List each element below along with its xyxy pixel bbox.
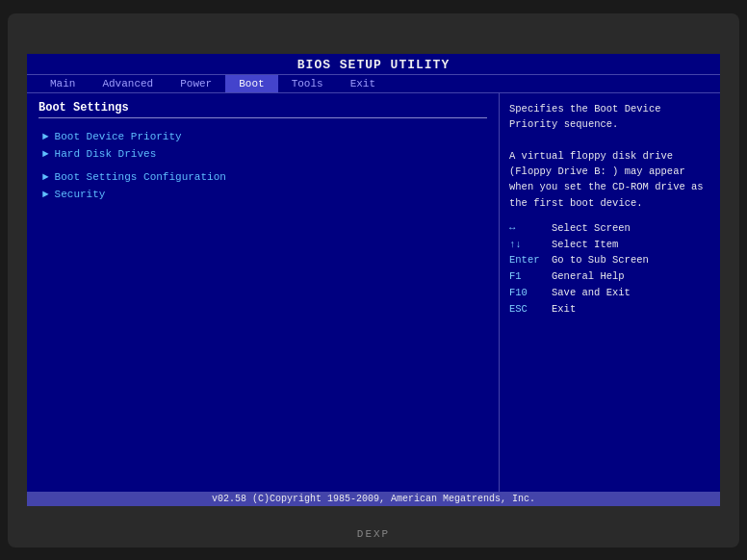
bios-screen: BIOS SETUP UTILITY Main Advanced Power B…: [27, 54, 720, 506]
section-title: Boot Settings: [39, 101, 487, 118]
arrow-icon: ►: [42, 148, 49, 160]
key-save-exit: F10 Save and Exit: [509, 285, 710, 301]
arrow-icon: ►: [42, 131, 49, 142]
content-area: Boot Settings ► Boot Device Priority ► H…: [27, 93, 720, 506]
nav-power[interactable]: Power: [167, 75, 225, 92]
arrow-icon: ►: [42, 171, 49, 183]
help-description: Specifies the Boot Device Priority seque…: [509, 101, 710, 211]
keys-section: ↔ Select Screen ↑↓ Select Item Enter Go …: [509, 220, 710, 318]
arrow-icon: ►: [42, 189, 49, 200]
menu-hard-disk-drives[interactable]: ► Hard Disk Drives: [39, 145, 487, 163]
nav-exit[interactable]: Exit: [337, 75, 389, 92]
nav-bar: Main Advanced Power Boot Tools Exit: [27, 74, 720, 93]
nav-tools[interactable]: Tools: [278, 75, 337, 92]
status-bar: v02.58 (C)Copyright 1985-2009, American …: [27, 492, 720, 506]
monitor: BIOS SETUP UTILITY Main Advanced Power B…: [8, 13, 739, 547]
key-esc-exit: ESC Exit: [509, 301, 710, 318]
nav-main[interactable]: Main: [37, 75, 89, 92]
monitor-brand: DEXP: [357, 528, 390, 540]
key-select-screen: ↔ Select Screen: [509, 220, 710, 237]
key-sub-screen: Enter Go to Sub Screen: [509, 252, 710, 268]
right-panel: Specifies the Boot Device Priority seque…: [499, 93, 720, 506]
key-select-item: ↑↓ Select Item: [509, 237, 710, 253]
menu-boot-device-priority[interactable]: ► Boot Device Priority: [39, 128, 487, 145]
nav-boot[interactable]: Boot: [225, 75, 277, 92]
nav-advanced[interactable]: Advanced: [89, 75, 167, 92]
key-general-help: F1 General Help: [509, 268, 710, 285]
menu-security[interactable]: ► Security: [39, 186, 487, 203]
menu-boot-settings-config[interactable]: ► Boot Settings Configuration: [39, 168, 487, 186]
left-panel: Boot Settings ► Boot Device Priority ► H…: [27, 93, 499, 506]
bios-title: BIOS SETUP UTILITY: [27, 54, 720, 74]
